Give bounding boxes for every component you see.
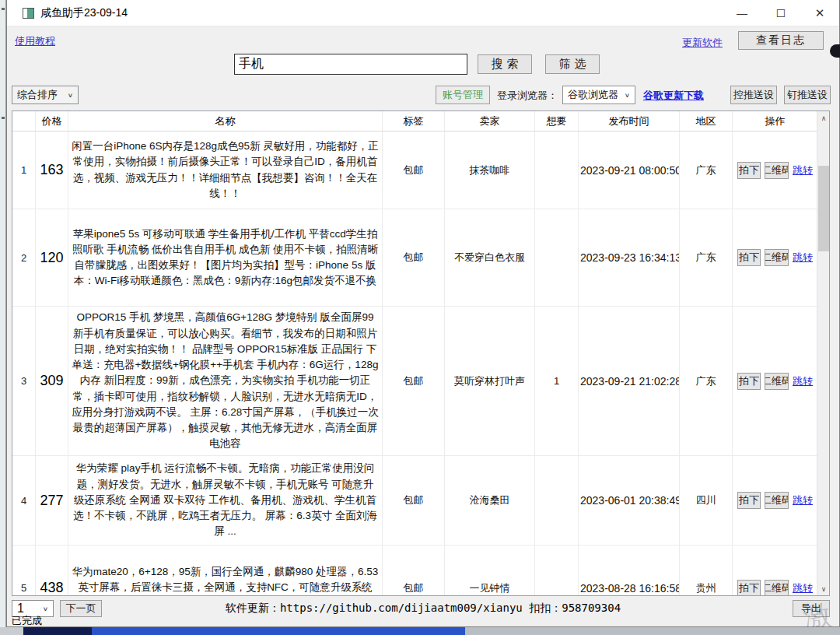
search-input[interactable]	[234, 54, 467, 75]
export-button[interactable]: 导出	[793, 600, 830, 617]
buy-button[interactable]: 拍下	[737, 162, 761, 179]
item-tag: 包邮	[383, 546, 445, 596]
chevron-down-icon: ∨	[625, 92, 630, 99]
window-controls: — ☐ ✕	[723, 0, 839, 26]
item-name: OPPOR15 手机 梦境黑，高颜值6G+128G 梦境特别 版全面屏99新手机…	[68, 307, 383, 455]
buy-button[interactable]: 拍下	[737, 249, 761, 266]
chevron-down-icon: ∨	[68, 92, 73, 99]
ding-push-settings-button[interactable]: 钉推送设	[784, 86, 831, 104]
table-row: 1 163 闲置一台iPhone 6S内存是128g成色95新 灵敏好用，功能都…	[12, 132, 829, 209]
background-window-detail	[2, 8, 5, 10]
header-tag: 标签	[383, 111, 445, 131]
view-log-button[interactable]: 查看日志	[738, 31, 824, 50]
header-name: 名称	[68, 111, 383, 131]
item-want-count	[535, 456, 579, 545]
header-region: 地区	[680, 111, 733, 131]
table-row: 2 120 苹果ipone5 5s 可移动可联通 学生备用手机/工作机 平替cc…	[12, 209, 829, 307]
item-tag: 包邮	[383, 456, 445, 545]
item-actions: 拍下 二维码 跳转	[733, 132, 818, 209]
scroll-up-icon[interactable]: ∧	[817, 111, 830, 125]
item-publish-time: 2023-09-23 16:34:13	[579, 209, 680, 306]
app-window: 咸鱼助手23-09-14 — ☐ ✕ 使用教程 更新软件 查看日志 搜索 筛选 …	[6, 0, 840, 627]
item-price: 163	[36, 132, 68, 209]
item-actions: 拍下 二维码 跳转	[733, 546, 818, 596]
buy-button[interactable]: 拍下	[737, 492, 761, 509]
update-software-link[interactable]: 更新软件	[682, 36, 723, 50]
item-name: 苹果ipone5 5s 可移动可联通 学生备用手机/工作机 平替ccd学生拍照听…	[68, 209, 383, 306]
item-publish-time: 2023-06-01 20:38:49	[579, 456, 680, 545]
row-index: 3	[12, 307, 36, 455]
item-region: 广东	[680, 307, 733, 455]
item-name: 华为荣耀 play手机 运行流畅不卡顿。无暗病，功能正常使用没问题，测好发货。无…	[68, 456, 383, 545]
taskbar-segment	[0, 627, 23, 635]
results-table: 价格 名称 标签 卖家 想要 发布时间 地区 操作 1 163 闲置一台iPho…	[12, 111, 830, 596]
background-window-sliver	[0, 0, 6, 627]
jump-link[interactable]: 跳转	[793, 251, 813, 265]
header-price: 价格	[36, 111, 68, 131]
jump-link[interactable]: 跳转	[793, 493, 813, 507]
search-button[interactable]: 搜索	[478, 54, 532, 74]
header-index	[12, 111, 36, 131]
item-want-count	[535, 132, 579, 209]
item-publish-time: 2023-09-21 21:02:28	[579, 307, 680, 455]
item-want-count	[535, 209, 579, 306]
item-publish-time: 2023-08-28 16:16:58	[579, 546, 680, 596]
row-index: 5	[12, 546, 36, 596]
header-action: 操作	[733, 111, 818, 131]
minimize-icon[interactable]: —	[723, 0, 761, 26]
titlebar: 咸鱼助手23-09-14 — ☐ ✕	[7, 0, 839, 26]
item-seller: 抹茶咖啡	[445, 132, 535, 209]
item-region: 广东	[680, 209, 733, 306]
tutorial-link[interactable]: 使用教程	[15, 34, 55, 48]
header-time: 发布时间	[579, 111, 680, 131]
taskbar-segment	[23, 627, 92, 635]
item-name: 华为mate20，6+128，95新，国行全网通，麒麟980 处理器，6.53英…	[68, 546, 383, 596]
item-price: 438	[36, 546, 68, 596]
filter-button[interactable]: 筛选	[545, 54, 600, 74]
browser-select[interactable]: 谷歌浏览器 ∨	[562, 86, 635, 104]
scrollbar-thumb[interactable]	[818, 166, 829, 251]
vertical-scrollbar[interactable]: ∧ ∨	[817, 111, 829, 595]
taskbar-strip	[0, 627, 840, 635]
item-seller: 沧海桑田	[445, 456, 535, 545]
floating-widget-edge	[830, 44, 840, 58]
item-name: 闲置一台iPhone 6S内存是128g成色95新 灵敏好用，功能都好，正常使用…	[68, 132, 383, 209]
browser-select-value: 谷歌浏览器	[568, 88, 618, 102]
jump-link[interactable]: 跳转	[793, 581, 813, 595]
jump-link[interactable]: 跳转	[793, 163, 813, 177]
item-price: 309	[36, 307, 68, 455]
browser-label: 登录浏览器：	[497, 89, 558, 103]
window-title: 咸鱼助手23-09-14	[40, 6, 128, 20]
qr-code-button[interactable]: 二维码	[765, 373, 789, 390]
footer-bar: 软件更新：https://github.com/dijiaatm009/xian…	[7, 599, 839, 618]
buy-button[interactable]: 拍下	[737, 373, 761, 390]
qr-code-button[interactable]: 二维码	[765, 492, 789, 509]
qr-code-button[interactable]: 二维码	[765, 162, 789, 179]
scroll-down-icon[interactable]: ∨	[817, 582, 830, 595]
search-row: 搜索 筛选	[7, 53, 839, 76]
sort-select[interactable]: 综合排序 ∨	[12, 86, 79, 104]
buy-button[interactable]: 拍下	[737, 580, 761, 597]
chrome-update-link[interactable]: 谷歌更新下载	[643, 89, 704, 103]
table-row: 4 277 华为荣耀 play手机 运行流畅不卡顿。无暗病，功能正常使用没问题，…	[12, 456, 829, 546]
header-seller: 卖家	[445, 111, 535, 131]
status-text: 已完成	[12, 614, 42, 628]
item-region: 贵州	[680, 546, 733, 596]
qr-code-button[interactable]: 二维码	[765, 580, 789, 597]
item-actions: 拍下 二维码 跳转	[733, 307, 818, 455]
qr-code-button[interactable]: 二维码	[765, 249, 789, 266]
app-icon	[23, 8, 34, 19]
close-icon[interactable]: ✕	[800, 0, 839, 26]
taskbar-segment	[92, 627, 465, 635]
toolbar: 综合排序 ∨ 账号管理 登录浏览器： 谷歌浏览器 ∨ 谷歌更新下载 控推送设 钉…	[7, 84, 839, 106]
account-manage-button[interactable]: 账号管理	[436, 86, 490, 104]
item-want-count	[535, 546, 579, 596]
item-price: 277	[36, 456, 68, 545]
maximize-icon[interactable]: ☐	[761, 0, 800, 26]
next-page-button[interactable]: 下一页	[60, 600, 102, 617]
wx-push-settings-button[interactable]: 控推送设	[730, 86, 777, 104]
item-publish-time: 2023-09-21 08:00:50	[579, 132, 680, 209]
jump-link[interactable]: 跳转	[793, 374, 813, 388]
table-body: 1 163 闲置一台iPhone 6S内存是128g成色95新 灵敏好用，功能都…	[12, 132, 829, 596]
item-price: 120	[36, 209, 68, 306]
